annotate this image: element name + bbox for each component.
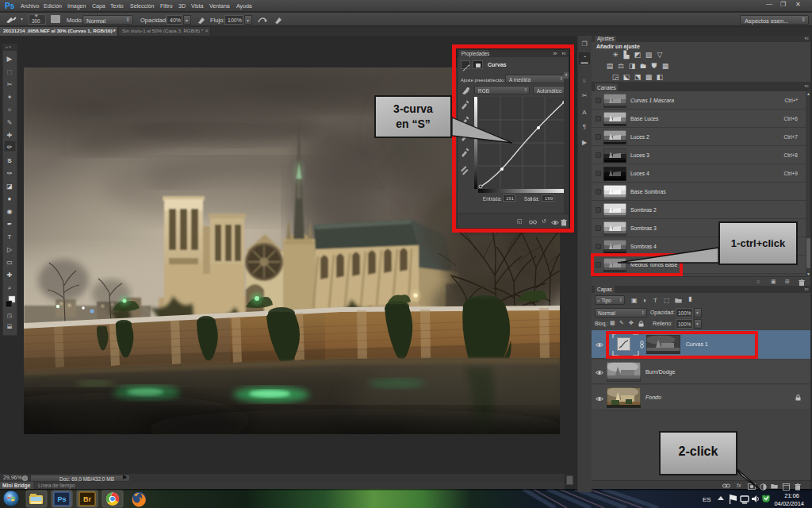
svg-text:¶: ¶ — [583, 123, 586, 130]
svg-text:⬚: ⬚ — [7, 69, 13, 75]
svg-text:🖿: 🖿 — [640, 62, 647, 70]
svg-text:▽: ▽ — [657, 51, 663, 59]
svg-text:⬔: ⬔ — [634, 73, 642, 81]
svg-text:✚: ✚ — [7, 271, 13, 279]
svg-text:⌕: ⌕ — [8, 284, 11, 291]
svg-text:▭: ▭ — [6, 259, 13, 266]
svg-text:◲: ◲ — [612, 73, 619, 81]
svg-text:◪: ◪ — [6, 183, 13, 190]
svg-text:◨: ◨ — [629, 62, 636, 70]
svg-text:04/02/2014: 04/02/2014 — [774, 500, 804, 507]
svg-text:✂: ✂ — [582, 92, 588, 99]
svg-text:⑂: ⑂ — [583, 78, 587, 85]
svg-text:▩: ▩ — [645, 73, 653, 81]
svg-text:ES: ES — [703, 496, 711, 503]
svg-text:✎: ✎ — [7, 119, 13, 126]
svg-text:⬓: ⬓ — [7, 323, 13, 329]
svg-text:▤: ▤ — [607, 62, 614, 70]
svg-text:✑: ✑ — [7, 170, 13, 177]
svg-text:◉: ◉ — [7, 208, 13, 215]
svg-text:☀: ☀ — [612, 51, 619, 59]
svg-text:▨: ▨ — [645, 51, 653, 59]
svg-text:▶: ▶ — [7, 55, 13, 63]
svg-text:Ps: Ps — [57, 495, 66, 503]
svg-text:Br: Br — [83, 495, 91, 503]
svg-text:▶: ▶ — [582, 139, 588, 146]
svg-text:●: ● — [8, 195, 12, 202]
svg-text:◳: ◳ — [7, 313, 13, 318]
svg-text:✦: ✦ — [7, 94, 13, 101]
svg-text:❐: ❐ — [581, 40, 587, 48]
svg-text:▙: ▙ — [623, 50, 630, 60]
svg-text:✂: ✂ — [7, 81, 13, 88]
svg-text:T: T — [8, 233, 12, 241]
svg-text:⚖: ⚖ — [618, 62, 624, 70]
svg-text:◔: ◔ — [583, 54, 586, 60]
svg-text:▬▬: ▬▬ — [581, 60, 589, 64]
svg-text:⌗: ⌗ — [8, 106, 12, 114]
svg-text:◩: ◩ — [634, 51, 642, 59]
svg-text:◧: ◧ — [657, 73, 664, 81]
svg-text:⬕: ⬕ — [623, 73, 630, 81]
svg-text:⛊: ⛊ — [652, 62, 657, 70]
svg-text:▦: ▦ — [662, 62, 669, 70]
svg-text:▷: ▷ — [7, 246, 13, 253]
svg-text:A: A — [582, 109, 587, 116]
svg-text:» ×: » × — [6, 44, 11, 49]
svg-text:✚: ✚ — [7, 132, 13, 139]
svg-text:21:06: 21:06 — [784, 492, 799, 499]
svg-text:✏: ✏ — [7, 144, 13, 151]
svg-text:𝐒: 𝐒 — [7, 157, 12, 164]
svg-text:✒: ✒ — [7, 221, 13, 228]
